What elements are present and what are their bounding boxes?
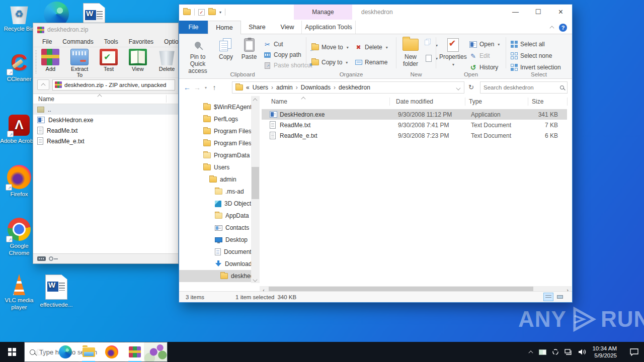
tree-item-admin[interactable]: admin xyxy=(179,173,251,186)
tree-item-documents[interactable]: Documents xyxy=(179,246,251,258)
select-none-button[interactable]: Select none xyxy=(510,51,552,61)
tree-item-appdata[interactable]: AppData xyxy=(179,210,251,222)
taskbar-explorer-button[interactable] xyxy=(78,342,99,362)
address-dropdown-icon[interactable] xyxy=(456,86,461,89)
desktop-icon-vlc[interactable]: → VLC media player xyxy=(0,274,38,311)
network-icon[interactable] xyxy=(565,349,573,355)
column-divider[interactable] xyxy=(528,98,528,106)
winrar-column-name[interactable]: Name xyxy=(38,96,54,103)
tab-file[interactable]: File xyxy=(179,21,208,34)
tree-scrollbar[interactable] xyxy=(251,96,260,283)
select-all-button[interactable]: Select all xyxy=(510,39,545,49)
winrar-row-readme-e[interactable]: ReadMe_e.txt xyxy=(33,136,178,146)
column-divider[interactable] xyxy=(567,98,568,106)
menu-options[interactable]: Options xyxy=(164,38,178,45)
properties-check-icon[interactable]: ✓ xyxy=(198,9,205,16)
maximize-button[interactable]: ☐ xyxy=(527,5,549,19)
winrar-view-button[interactable]: View xyxy=(126,49,149,72)
details-view-button[interactable] xyxy=(543,293,553,301)
paste-button[interactable]: Paste xyxy=(237,37,261,60)
tree-item-users[interactable]: Users xyxy=(179,161,251,173)
recent-locations-dropdown[interactable]: ▾ xyxy=(202,85,209,90)
column-divider[interactable] xyxy=(465,98,465,106)
task-view-button[interactable] xyxy=(30,342,50,362)
collapse-ribbon-icon[interactable] xyxy=(550,26,554,29)
tree-item-deskhedron-zip[interactable]: deskhedron xyxy=(179,282,251,283)
move-to-button[interactable]: ← Move to xyxy=(311,42,349,52)
taskbar-winrar-button[interactable] xyxy=(125,342,145,362)
winrar-up-button[interactable] xyxy=(37,79,49,90)
tree-item-winreagent[interactable]: $WinREAgent xyxy=(179,101,251,113)
file-row-deskhedron-exe[interactable]: DeskHedron.exe 9/30/2008 11:12 PM Applic… xyxy=(262,109,567,120)
tree-item-downloads[interactable]: Downloads xyxy=(179,258,251,270)
search-box[interactable] xyxy=(480,81,568,94)
back-button[interactable]: ← xyxy=(182,83,192,92)
menu-file[interactable]: File xyxy=(42,38,52,45)
pin-to-quick-access-button[interactable]: Pin to Quick access xyxy=(182,37,213,74)
winrar-delete-button[interactable]: Delete xyxy=(155,49,178,72)
new-folder-icon[interactable] xyxy=(208,9,216,15)
tray-app-icon[interactable] xyxy=(539,349,546,355)
address-bar[interactable]: « Users › admin › Downloads › deskhedron xyxy=(232,81,464,94)
menu-commands[interactable]: Commands xyxy=(62,38,93,45)
search-highlight-image[interactable] xyxy=(144,342,167,361)
winrar-row-readme[interactable]: ReadMe.txt xyxy=(33,125,178,136)
breadcrumb-admin[interactable]: admin xyxy=(276,84,293,91)
tree-item-desktop[interactable]: Desktop xyxy=(179,234,251,246)
taskbar-clock[interactable]: 10:34 AM 5/9/2025 xyxy=(592,345,617,359)
edit-button[interactable]: Edit xyxy=(469,51,490,61)
file-row-readme-txt[interactable]: ReadMe.txt 9/30/2008 7:41 PM Text Docume… xyxy=(262,120,567,130)
winrar-address-box[interactable]: deskhedron.zip - ZIP archive, unpacked xyxy=(52,79,175,90)
tray-status-icon[interactable] xyxy=(552,348,559,355)
history-button[interactable]: History xyxy=(469,62,498,72)
breadcrumb-deskhedron[interactable]: deskhedron xyxy=(339,84,370,91)
paste-shortcut-button[interactable]: Paste shortcut xyxy=(264,60,312,70)
scrollbar-thumb[interactable] xyxy=(252,167,259,199)
open-button[interactable]: Open xyxy=(469,39,500,49)
breadcrumb-collapsed[interactable]: « xyxy=(246,84,250,91)
tree-item-program-files-x86[interactable]: Program Files xyxy=(179,137,251,149)
scroll-down-icon[interactable] xyxy=(253,278,258,281)
tree-item-program-files[interactable]: Program Files xyxy=(179,125,251,137)
new-folder-button[interactable]: New folder xyxy=(397,37,424,67)
explorer-titlebar[interactable]: ✓ ▾ Manage deskhedron — ☐ × xyxy=(179,5,572,21)
manage-contextual-tab[interactable]: Manage xyxy=(294,5,352,20)
up-button[interactable]: ↑ xyxy=(209,83,219,92)
tree-item-3d-objects[interactable]: 3D Objects xyxy=(179,198,251,210)
taskbar-firefox-button[interactable] xyxy=(102,342,122,362)
desktop-icon-effectivede[interactable]: effectivede... xyxy=(37,275,75,308)
tree-item-perflogs[interactable]: PerfLogs xyxy=(179,113,251,125)
winrar-titlebar[interactable]: deskhedron.zip xyxy=(33,23,178,36)
action-center-icon[interactable] xyxy=(629,348,639,356)
column-header-date[interactable]: Date modified xyxy=(396,98,433,105)
taskbar-edge-button[interactable] xyxy=(55,342,75,362)
winrar-row-exe[interactable]: DeskHedron.exe xyxy=(33,115,178,125)
winrar-add-button[interactable]: Add xyxy=(39,49,62,72)
column-header-name[interactable]: Name xyxy=(271,98,287,105)
menu-tools[interactable]: Tools xyxy=(104,38,118,45)
copy-button[interactable]: Copy xyxy=(214,37,237,60)
tab-share[interactable]: Share xyxy=(241,21,273,34)
thumbnail-view-button[interactable] xyxy=(555,293,565,301)
column-header-size[interactable]: Size xyxy=(532,98,543,105)
refresh-button[interactable]: ↻ xyxy=(468,83,474,91)
tab-home[interactable]: Home xyxy=(208,21,241,34)
start-button[interactable] xyxy=(0,342,24,362)
invert-selection-button[interactable]: Invert selection xyxy=(510,62,561,72)
search-input[interactable] xyxy=(484,84,560,90)
properties-button[interactable]: Properties xyxy=(439,37,466,68)
winrar-test-button[interactable]: Test xyxy=(98,49,120,72)
rename-button[interactable]: Rename xyxy=(355,57,387,67)
winrar-list-header[interactable]: Name xyxy=(33,94,178,104)
help-icon[interactable]: ? xyxy=(559,24,567,32)
close-button[interactable]: × xyxy=(549,5,572,19)
cut-button[interactable]: Cut xyxy=(264,39,283,49)
menu-favorites[interactable]: Favorites xyxy=(129,38,153,45)
delete-button[interactable]: Delete xyxy=(355,42,388,52)
folder-icon[interactable] xyxy=(183,9,191,15)
winrar-row-updir[interactable]: .. xyxy=(33,104,178,115)
winrar-extract-button[interactable]: Extract To xyxy=(68,49,91,78)
tray-expand-icon[interactable] xyxy=(529,349,533,355)
breadcrumb-downloads[interactable]: Downloads xyxy=(301,84,331,91)
tree-item-ms-ad[interactable]: .ms-ad xyxy=(179,186,251,198)
